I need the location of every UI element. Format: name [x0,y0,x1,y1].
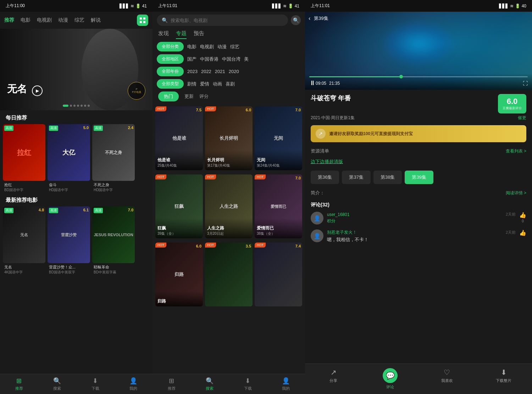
daily-card-2[interactable]: 大亿 高清 5.0 奋斗 HD国语中字 [48,124,90,193]
mid-card-3[interactable]: 无间 7.0 无间 第24集/共40集 [255,106,302,170]
filter-2023[interactable]: 2023 [187,69,198,74]
grid-menu-btn[interactable] [137,15,148,26]
filter-drama[interactable]: 剧情 [187,81,196,87]
hero-play-btn[interactable]: ▶ [32,85,43,96]
new-card-1[interactable]: 无名 高清 4.8 无名 4K国语中字 [3,206,45,275]
mid-nav-search[interactable]: 🔍 搜索 [191,377,229,391]
filter-2020[interactable]: 2020 [229,69,239,74]
mid-card-9[interactable]: HOT 7.4 [255,243,302,306]
hero-banner[interactable]: 无名 ▶ P P片电视 [0,29,153,110]
left-status-bar: 上午11:00 ▋▋▋ ≋ 🔋 41 [0,0,153,12]
mid-card-7[interactable]: 归路 HOT 6.0 归路 [155,243,203,306]
nav-tv[interactable]: 电视剧 [37,17,52,23]
hero-dot-4[interactable] [77,105,79,107]
view-list-btn[interactable]: 查看列表 > [506,148,526,154]
nav-anime[interactable]: 动漫 [58,17,68,23]
tab-trailer[interactable]: 预告 [194,30,204,39]
nav-commentary[interactable]: 解说 [91,17,101,23]
fullscreen-btn[interactable]: ⛶ [523,81,528,86]
hero-dot-5[interactable] [81,105,83,107]
filter-animation[interactable]: 动画 [213,81,222,87]
daily-thumb-3: 不死之身 [92,124,135,181]
recommend-label: 推荐 [15,386,23,391]
filter-region-btn[interactable]: 全部地区 [157,54,184,64]
mid-card-5[interactable]: 人生之路 HOT 人生之路 3月20日起 [205,174,253,238]
share-btn[interactable]: ↗ 分享 [305,368,362,390]
filter-tw[interactable]: 中国台湾 [222,56,240,62]
promo-banner[interactable]: ↗ 邀请好友获取奖励100元可直接提现到支付宝 [311,125,526,142]
read-more-btn[interactable]: 阅读详情 > [506,190,526,196]
summary-label: 简介： [311,190,325,196]
tab-discover[interactable]: 发现 [158,30,169,39]
filter-domestic[interactable]: 国产 [187,56,196,62]
filter-year-btn[interactable]: 全部年份 [157,67,184,76]
mid-nav-profile[interactable]: 👤 我的 [267,377,305,391]
ep-btn-38[interactable]: 第38集 [373,171,402,184]
left-nav-recommend[interactable]: ⊞ 推荐 [0,377,38,391]
left-nav-download[interactable]: ⬇ 下载 [76,377,115,391]
left-nav-profile[interactable]: 👤 我的 [115,377,153,391]
filter-variety[interactable]: 综艺 [230,44,239,50]
hero-dot-2[interactable] [70,105,72,107]
filter-hk[interactable]: 中国香港 [200,56,218,62]
new-card-2[interactable]: 雷霆沙赞 高清 6.1 雷霆沙赞！众... BD国语中英双字 [48,206,90,275]
download-full-btn[interactable]: ⬇ 下载整片 [475,368,532,390]
hero-dot-3[interactable] [73,105,76,107]
comment-action-btn[interactable]: 💬 评论 [362,368,419,390]
tab-topic[interactable]: 专题 [176,30,187,39]
video-player[interactable]: ‹ 第39集 ⏸ 09:05 21:35 ⛶ [305,12,532,90]
mid-card-1[interactable]: 他是谁 HOT 7.5 他是谁 25集/共40集 [155,106,203,170]
mid-profile-icon: 👤 [282,377,290,385]
mid-nav-download[interactable]: ⬇ 下载 [229,377,267,391]
mid-card-6[interactable]: 爱情而已 HOT 7.0 爱情而已 38集（全） [255,174,302,238]
right-battery-icon: 🔋 [515,4,520,9]
hero-dot-6[interactable] [84,105,86,107]
filter-2022[interactable]: 2022 [201,69,211,74]
mid-label-6: 爱情而已 38集（全） [255,218,302,238]
new-card-3[interactable]: JESUS REVOLUTION 高清 7.0 耶稣革命 BD中英双字幕 [92,206,135,275]
filter-other[interactable]: 美 [244,56,249,62]
ep-btn-37[interactable]: 第37集 [342,171,370,184]
filter-tv[interactable]: 电视剧 [200,44,214,50]
update-btn[interactable]: 催更 [518,115,526,121]
nav-variety[interactable]: 综艺 [74,17,84,23]
mid-card-2[interactable]: 长月烬明 HOT 6.0 长月烬明 第17集/共40集 [205,106,253,170]
sort-new[interactable]: 更新 [184,93,194,100]
douban-score-box: 6.0 豆瓣最新评分 [498,94,526,113]
back-btn[interactable]: ‹ [309,15,310,22]
sort-hot-btn[interactable]: 热门 [158,91,179,101]
hero-dot-1[interactable] [63,105,68,107]
daily-card-1[interactable]: 拉红 高清 抢红 BD国语中字 [3,124,45,193]
filter-category-btn[interactable]: 全部分类 [157,42,184,51]
ep-btn-39[interactable]: 第39集 [405,171,433,184]
filter-comedy[interactable]: 喜剧 [226,81,235,87]
edge-play-btn[interactable]: 边下边播超清版 [311,159,526,165]
new-thumb-3: JESUS REVOLUTION [92,206,135,263]
left-nav-search[interactable]: 🔍 搜索 [38,377,77,391]
like-btn-2[interactable]: 👍 [519,229,526,243]
mid-sub-5: 3月20日起 [207,231,250,236]
nav-movie[interactable]: 电影 [21,17,31,23]
hero-dot-7[interactable] [88,105,90,107]
mid-card-8[interactable]: HOT 3.5 [205,243,253,306]
progress-bar[interactable] [309,76,528,77]
daily-card-3[interactable]: 不死之身 高清 2.4 不死之身 HD国语中字 [92,124,135,193]
filter-movie[interactable]: 电影 [187,44,196,50]
filter-2021[interactable]: 2021 [215,69,225,74]
search-input-wrap[interactable]: 🔍 [157,15,288,26]
filter-anime[interactable]: 动漫 [217,44,227,50]
left-time: 上午11:00 [6,3,25,9]
sort-rating[interactable]: 评分 [199,93,209,100]
search-submit-btn[interactable]: 🔍 [291,15,301,25]
filter-type-btn[interactable]: 全部类型 [157,79,184,89]
like-action-btn[interactable]: ♡ 我喜欢 [419,368,475,390]
new-sub-3: BD中英双字幕 [94,270,133,275]
mid-nav-recommend[interactable]: ⊞ 推荐 [153,377,191,391]
nav-recommend[interactable]: 推荐 [4,17,14,23]
search-input[interactable] [171,18,283,23]
video-pause-btn[interactable]: ⏸ [309,79,316,87]
ep-btn-36[interactable]: 第36集 [311,171,339,184]
like-btn-1[interactable]: 👍 0 [519,212,526,224]
filter-romance[interactable]: 爱情 [200,81,209,87]
mid-card-4[interactable]: 狂飙 HOT 狂飙 39集（全） [155,174,203,238]
